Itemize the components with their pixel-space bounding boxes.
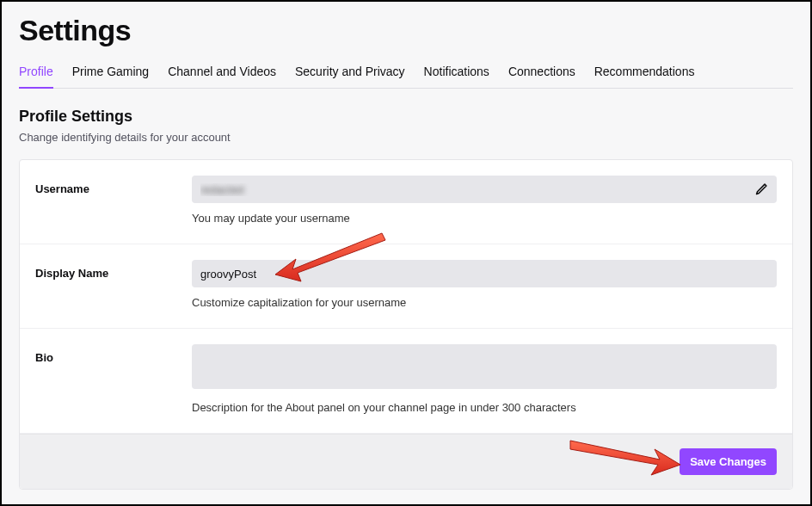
settings-tabs: Profile Prime Gaming Channel and Videos … bbox=[19, 59, 793, 89]
tab-recommendations[interactable]: Recommendations bbox=[594, 59, 695, 89]
bio-hint: Description for the About panel on your … bbox=[192, 401, 777, 414]
section-subtitle: Change identifying details for your acco… bbox=[19, 131, 793, 144]
section-title: Profile Settings bbox=[19, 108, 793, 126]
page-title: Settings bbox=[19, 14, 793, 47]
card-footer: Save Changes bbox=[20, 434, 792, 489]
tab-notifications[interactable]: Notifications bbox=[424, 59, 489, 89]
display-name-input[interactable] bbox=[192, 260, 777, 287]
pencil-icon bbox=[754, 182, 769, 197]
bio-textarea[interactable] bbox=[192, 344, 777, 389]
username-hint: You may update your username bbox=[192, 212, 777, 225]
username-input[interactable] bbox=[192, 176, 777, 203]
edit-username-button[interactable] bbox=[751, 179, 772, 200]
tab-profile[interactable]: Profile bbox=[19, 59, 53, 89]
profile-settings-card: Username You may update your username Di… bbox=[19, 159, 793, 490]
display-name-hint: Customize capitalization for your userna… bbox=[192, 296, 777, 309]
tab-prime-gaming[interactable]: Prime Gaming bbox=[72, 59, 149, 89]
bio-label: Bio bbox=[35, 344, 192, 414]
tab-channel-videos[interactable]: Channel and Videos bbox=[168, 59, 276, 89]
row-bio: Bio Description for the About panel on y… bbox=[20, 329, 792, 434]
tab-security-privacy[interactable]: Security and Privacy bbox=[295, 59, 405, 89]
row-display-name: Display Name Customize capitalization fo… bbox=[20, 244, 792, 329]
username-label: Username bbox=[35, 176, 192, 225]
row-username: Username You may update your username bbox=[20, 160, 792, 244]
tab-connections[interactable]: Connections bbox=[508, 59, 575, 89]
save-changes-button[interactable]: Save Changes bbox=[680, 448, 777, 475]
display-name-label: Display Name bbox=[35, 260, 192, 309]
